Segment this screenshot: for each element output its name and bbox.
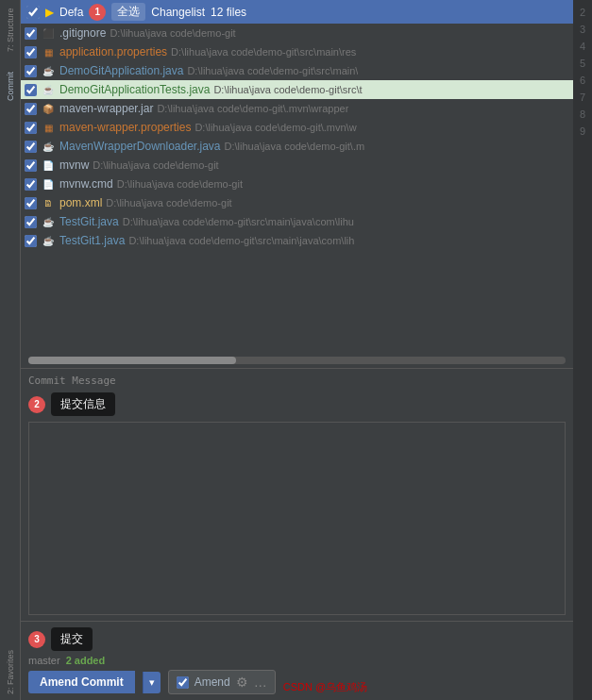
list-item[interactable]: ☕ MavenWrapperDownloader.java D:\lihua\j… [21,137,573,156]
file-count: 12 files [211,6,246,19]
submit-badge: 3 [28,631,45,648]
master-label: master [28,655,60,666]
branch-icon: ▶ [45,6,54,19]
file-name: .gitignore [59,26,106,40]
list-item[interactable]: 📄 mvnw.cmd D:\lihua\java code\demo-git [21,175,573,193]
file-path: D:\lihua\java code\demo-git [110,27,235,39]
jar-icon: 📦 [41,101,56,116]
amend-label: Amend [195,675,230,689]
list-item[interactable]: ☕ TestGit.java D:\lihua\java code\demo-g… [21,212,573,231]
file-path: D:\lihua\java code\demo-git [117,178,243,190]
commit-message-label: Commit Message [28,375,566,387]
sidebar-item-structure[interactable]: 7: Structure [1,2,20,58]
submit-row: 3 提交 [28,627,566,651]
file-checkbox[interactable] [25,197,37,209]
list-item[interactable]: ▦ maven-wrapper.properties D:\lihua\java… [21,118,573,137]
left-sidebar: 7: Structure Commit 2: Favorites [0,0,21,700]
xml-icon: 🗎 [41,195,56,210]
file-name: mvnw [59,158,89,172]
changelist-label: Changelist [151,6,205,19]
file-name: MavenWrapperDownloader.java [59,140,221,153]
file-count-badge: 1 [89,4,106,21]
file-checkbox[interactable] [25,216,37,228]
amend-section: Amend ⚙ … [168,670,276,694]
amend-commit-button[interactable]: Amend Commit [28,671,135,693]
file-name: TestGit1.java [59,234,125,247]
sidebar-item-commit[interactable]: Commit [1,58,20,115]
file-name: maven-wrapper.properties [59,121,191,134]
file-path: D:\lihua\java code\demo-git\src\main\res [171,46,356,58]
status-row: master 2 added [28,655,566,666]
file-path: D:\lihua\java code\demo-git\.mvn\w [195,122,356,133]
list-item[interactable]: ▦ application.properties D:\lihua\java c… [21,42,573,61]
file-checkbox[interactable] [25,122,37,134]
amend-dropdown-button[interactable]: ▾ [143,672,161,693]
file-checkbox[interactable] [25,103,37,115]
horizontal-scrollbar[interactable] [28,357,566,364]
java-icon: ☕ [41,82,56,97]
plain-icon: 📄 [41,176,56,192]
file-name: mvnw.cmd [59,177,113,191]
file-name: TestGit.java [59,215,119,228]
select-all-checkbox[interactable] [26,6,40,19]
submit-bubble: 提交 [51,627,93,651]
commit-message-area[interactable] [28,422,566,615]
file-path: D:\lihua\java code\demo-git [93,159,218,171]
java-icon: ☕ [41,63,56,78]
added-text: 2 added [66,655,106,666]
git-icon: ⬛ [41,25,56,41]
branch-name: Defa [59,6,83,19]
select-all-button[interactable]: 全选 [111,3,145,21]
file-list-scroll[interactable]: ⬛ .gitignore D:\lihua\java code\demo-git… [21,24,573,353]
dropdown-arrow-icon: ▾ [149,676,155,688]
list-item[interactable]: 📦 maven-wrapper.jar D:\lihua\java code\d… [21,99,573,118]
main-content: ▶ Defa 1 全选 Changelist 12 files ⬛ .gitig… [21,0,573,700]
gear-icon[interactable]: ⚙ [236,675,248,690]
file-path: D:\lihua\java code\demo-git\src\main\ [187,65,358,76]
file-list-panel: ▶ Defa 1 全选 Changelist 12 files ⬛ .gitig… [21,0,573,368]
file-path: D:\lihua\java code\demo-git\src\main\jav… [128,235,354,246]
file-name: maven-wrapper.jar [59,102,153,115]
file-path: D:\lihua\java code\demo-git\.mvn\wrapper [157,103,348,114]
file-list-header: ▶ Defa 1 全选 Changelist 12 files [21,0,573,24]
list-item[interactable]: ☕ DemoGitApplication.java D:\lihua\java … [21,61,573,80]
list-item[interactable]: ⬛ .gitignore D:\lihua\java code\demo-git [21,24,573,42]
java-icon: ☕ [41,214,56,229]
file-checkbox[interactable] [25,27,37,40]
list-item[interactable]: ☕ TestGit1.java D:\lihua\java code\demo-… [21,231,573,250]
commit-annotation: 2 提交信息 [28,392,566,416]
java-icon: ☕ [41,233,56,248]
file-name: application.properties [59,45,167,58]
list-item[interactable]: 📄 mvnw D:\lihua\java code\demo-git [21,156,573,175]
file-path: D:\lihua\java code\demo-git\src\main\jav… [123,216,354,227]
file-checkbox[interactable] [25,159,37,172]
file-checkbox[interactable] [25,141,37,153]
props-icon: ▦ [41,120,56,135]
plain-icon: 📄 [41,158,56,173]
commit-badge: 2 [28,396,45,413]
file-name: pom.xml [59,196,102,209]
file-checkbox[interactable] [25,235,37,247]
list-item[interactable]: 🗎 pom.xml D:\lihua\java code\demo-git [21,193,573,212]
commit-message-panel: Commit Message 2 提交信息 [21,368,573,621]
file-checkbox[interactable] [25,65,37,77]
more-options-icon[interactable]: … [254,675,267,690]
props-icon: ▦ [41,44,56,59]
file-name: DemoGitApplicationTests.java [59,83,210,96]
line-numbers: 2 3 4 5 6 7 8 9 [573,0,592,700]
amend-checkbox[interactable] [177,676,189,689]
java-icon: ☕ [41,139,56,154]
file-path: D:\lihua\java code\demo-git [106,197,231,208]
action-row: Amend Commit ▾ Amend ⚙ … CSDN @乌鱼鸡汤 [28,670,566,694]
commit-message-textarea[interactable] [28,422,566,615]
bottom-bar: 3 提交 master 2 added Amend Commit ▾ Amend… [21,621,573,700]
sidebar-item-favorites[interactable]: 2: Favorites [1,643,20,700]
commit-annotation-bubble: 提交信息 [51,392,115,416]
file-checkbox[interactable] [25,46,37,58]
watermark: CSDN @乌鱼鸡汤 [283,680,367,694]
file-path: D:\lihua\java code\demo-git\.m [225,141,365,152]
file-checkbox[interactable] [25,84,37,96]
file-checkbox[interactable] [25,178,37,191]
file-name: DemoGitApplication.java [59,64,183,77]
list-item[interactable]: ☕ DemoGitApplicationTests.java D:\lihua\… [21,80,573,99]
